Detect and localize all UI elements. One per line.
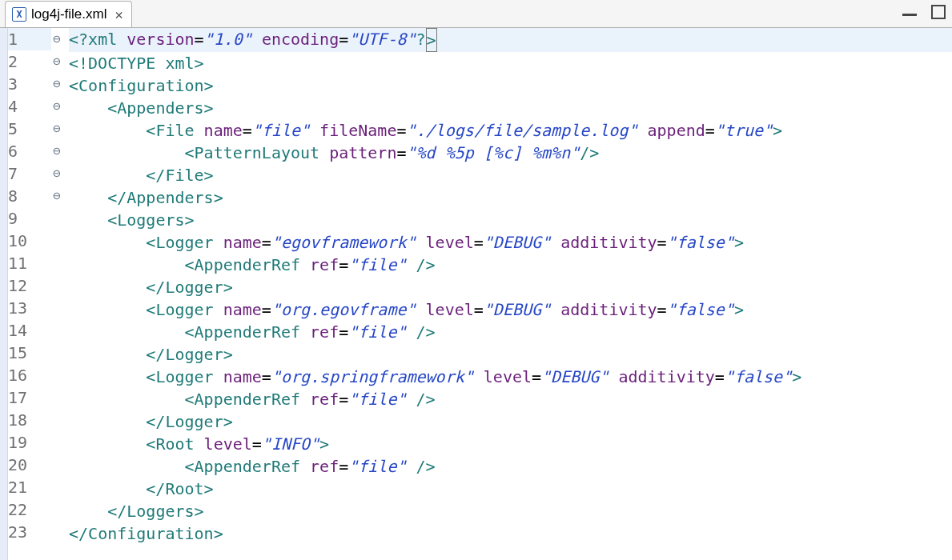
line-number: 7 [8, 162, 51, 185]
line-number: 5 [8, 118, 51, 140]
line-number: 1 [8, 28, 51, 50]
line-number: 15 [8, 342, 51, 364]
minimize-icon[interactable] [902, 10, 917, 16]
code-line[interactable]: </Root> [69, 478, 952, 500]
code-line[interactable]: <AppenderRef ref="file" /> [69, 455, 952, 478]
fold-toggle[interactable]: ⊖ [53, 118, 67, 140]
fold-gutter[interactable]: ⊖⊖⊖⊖⊖⊖⊖⊖ [53, 28, 67, 560]
line-number: 10 [8, 230, 51, 252]
code-line[interactable]: </File> [69, 164, 952, 186]
line-number: 22 [8, 498, 51, 521]
fold-toggle[interactable]: ⊖ [53, 73, 67, 95]
code-line[interactable]: <AppenderRef ref="file" /> [69, 321, 952, 343]
line-number: 12 [8, 274, 51, 297]
line-number: 20 [8, 454, 51, 476]
close-icon[interactable]: ✕ [114, 6, 123, 22]
line-number: 21 [8, 476, 51, 498]
code-area[interactable]: <?xml version="1.0" encoding="UTF-8"?><!… [67, 28, 952, 560]
line-number: 17 [8, 386, 51, 409]
line-number: 6 [8, 140, 51, 162]
fold-toggle[interactable]: ⊖ [53, 28, 67, 50]
overview-strip [0, 28, 8, 560]
line-number: 14 [8, 319, 51, 342]
code-editor[interactable]: 1234567891011121314151617181920212223 ⊖⊖… [0, 28, 952, 560]
code-line[interactable]: <?xml version="1.0" encoding="UTF-8"?> [69, 28, 952, 52]
code-line[interactable]: </Logger> [69, 410, 952, 433]
code-line[interactable]: <AppenderRef ref="file" /> [69, 388, 952, 410]
line-number: 3 [8, 73, 51, 95]
code-line[interactable]: <Configuration> [69, 74, 952, 97]
code-line[interactable]: <File name="file" fileName="./logs/file/… [69, 119, 952, 142]
line-number: 16 [8, 364, 51, 386]
code-line[interactable]: <AppenderRef ref="file" /> [69, 254, 952, 276]
code-line[interactable]: </Loggers> [69, 500, 952, 522]
code-line[interactable]: <Logger name="org.springframework" level… [69, 366, 952, 388]
editor-tabbar: X log4j-file.xml ✕ [0, 0, 952, 28]
code-line[interactable]: </Appenders> [69, 186, 952, 209]
code-line[interactable]: <Root level="INFO"> [69, 433, 952, 455]
code-line[interactable]: <!DOCTYPE xml> [69, 52, 952, 74]
fold-toggle[interactable]: ⊖ [53, 185, 67, 207]
window-controls [902, 5, 946, 19]
line-number: 19 [8, 431, 51, 454]
code-line[interactable]: </Logger> [69, 276, 952, 298]
code-line[interactable]: <Logger name="egovframework" level="DEBU… [69, 231, 952, 254]
line-number: 9 [8, 207, 51, 230]
fold-toggle[interactable]: ⊖ [53, 140, 67, 162]
xml-file-icon: X [12, 7, 26, 22]
code-line[interactable]: <Appenders> [69, 97, 952, 119]
code-line[interactable]: </Configuration> [69, 522, 952, 545]
line-number-gutter: 1234567891011121314151617181920212223 [8, 28, 53, 560]
line-number: 13 [8, 297, 51, 319]
fold-toggle[interactable]: ⊖ [53, 95, 67, 118]
fold-toggle[interactable]: ⊖ [53, 50, 67, 73]
code-line[interactable]: </Logger> [69, 343, 952, 366]
line-number: 11 [8, 252, 51, 274]
maximize-icon[interactable] [931, 5, 946, 19]
tab-label: log4j-file.xml [31, 6, 106, 22]
line-number: 23 [8, 521, 51, 543]
fold-toggle[interactable]: ⊖ [53, 162, 67, 185]
line-number: 2 [8, 50, 51, 73]
code-line[interactable]: <Loggers> [69, 209, 952, 231]
line-number: 18 [8, 409, 51, 431]
line-number: 8 [8, 185, 51, 207]
code-line[interactable]: <PatternLayout pattern="%d %5p [%c] %m%n… [69, 142, 952, 164]
line-number: 4 [8, 95, 51, 118]
tab-log4j-file[interactable]: X log4j-file.xml ✕ [5, 1, 132, 27]
code-line[interactable]: <Logger name="org.egovframe" level="DEBU… [69, 298, 952, 321]
